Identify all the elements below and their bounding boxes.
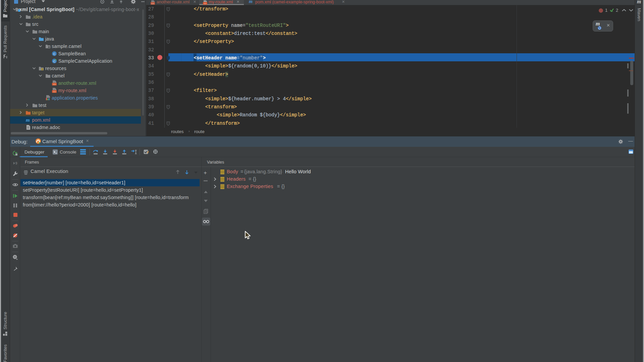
svg-text:<>: <> xyxy=(53,91,56,93)
svg-text:<>: <> xyxy=(204,3,207,5)
svg-text:<>: <> xyxy=(152,3,154,5)
svg-text:C: C xyxy=(53,52,56,56)
svg-text:m: m xyxy=(26,117,30,123)
svg-text:9: 9 xyxy=(15,162,17,165)
svg-text:<>: <> xyxy=(53,83,56,86)
